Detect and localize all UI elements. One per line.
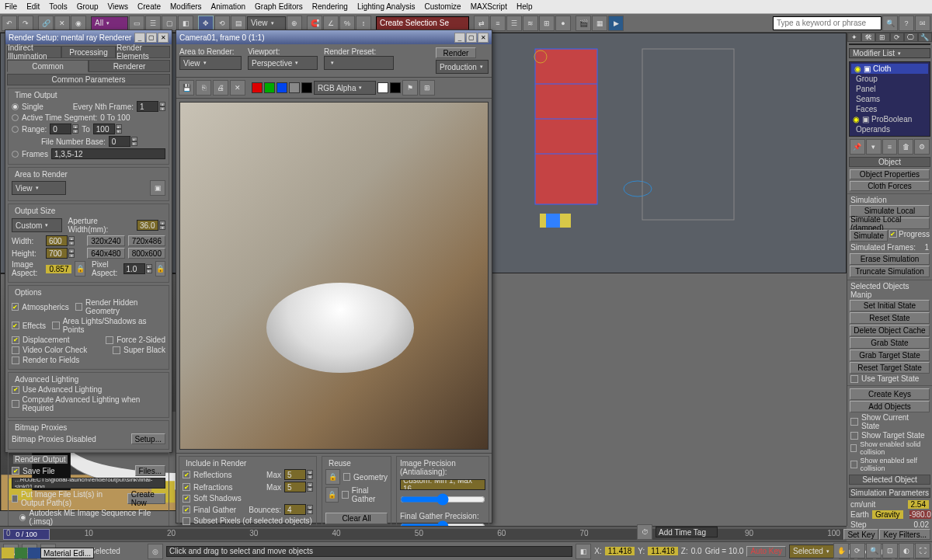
range-b[interactable]: 100: [93, 123, 115, 134]
chk-progress[interactable]: [889, 230, 897, 238]
move-icon[interactable]: ✥: [198, 16, 214, 31]
tab-renderer[interactable]: Renderer: [89, 60, 170, 72]
select-filter-drop[interactable]: All: [91, 16, 128, 30]
image-aspect[interactable]: 0.857: [46, 265, 71, 273]
doc-button[interactable]: Delete Object Cache: [850, 325, 930, 336]
chk-sesc[interactable]: [850, 444, 857, 452]
clearall-button[interactable]: Clear All: [325, 513, 388, 524]
dialog-title[interactable]: Render Setup: mental ray Renderer _▢✕: [5, 30, 172, 44]
search-go-button[interactable]: 🔍: [882, 16, 898, 31]
chk-f2s[interactable]: [106, 336, 113, 344]
fov-icon[interactable]: ◐: [899, 543, 914, 558]
every-nth-spin[interactable]: 1: [137, 101, 158, 112]
comm-center-icon[interactable]: ✉: [915, 16, 930, 31]
radio-ame[interactable]: [19, 514, 26, 521]
configure-icon[interactable]: ⚙: [914, 139, 930, 155]
output-path[interactable]: ...ROJECTS\global-launch\renderoutput\si…: [12, 478, 165, 489]
rts-button[interactable]: Reset Target State: [850, 362, 930, 374]
ch-r-icon[interactable]: [252, 82, 263, 93]
modifier-stack[interactable]: ◉▣Cloth Group Panel Seams Faces ◉▣ProBoo…: [849, 61, 930, 137]
gs-button[interactable]: Grab State: [850, 337, 930, 349]
erase-sim-button[interactable]: Erase Simulation: [850, 253, 930, 265]
unlink-button[interactable]: ✕: [54, 16, 70, 31]
preset-320[interactable]: 320x240: [87, 235, 124, 246]
rollout-object[interactable]: Object: [849, 157, 930, 167]
object-name-field[interactable]: walls: [849, 43, 930, 45]
radio-frames[interactable]: [12, 151, 19, 158]
tab-hierarchy[interactable]: ⊞: [875, 33, 889, 42]
chk-ss[interactable]: [183, 495, 190, 503]
vfb-max-icon[interactable]: ▢: [466, 33, 477, 43]
vfb-area-drop[interactable]: View: [179, 56, 242, 70]
step-spin[interactable]: 0.02: [914, 520, 929, 529]
width-spin[interactable]: 600: [46, 235, 68, 246]
chk-putimg[interactable]: [12, 495, 18, 503]
menu-maxscript[interactable]: MAXScript: [466, 0, 512, 13]
simlocald-button[interactable]: Simulate Local (damped): [850, 217, 930, 229]
menu-rendering[interactable]: Rendering: [308, 0, 353, 13]
radio-single[interactable]: [12, 103, 19, 110]
rollout-common-params[interactable]: Common Parameters: [7, 74, 170, 85]
files-button[interactable]: Files...: [135, 465, 165, 476]
minimize-icon[interactable]: _: [134, 33, 145, 43]
vfb-min-icon[interactable]: _: [454, 33, 465, 43]
timetag-field[interactable]: Add Time Tag: [656, 527, 718, 537]
setkey-button[interactable]: Set Key: [843, 529, 878, 540]
close-icon[interactable]: ✕: [158, 33, 169, 43]
aperture-spin[interactable]: 36.0: [137, 220, 158, 231]
ch-b-icon[interactable]: [276, 82, 287, 93]
tab-display[interactable]: 🖵: [904, 33, 918, 42]
createnow-button[interactable]: Create Now: [127, 493, 165, 504]
radio-range[interactable]: [12, 126, 19, 133]
zoom-all-icon[interactable]: ⊡: [882, 543, 898, 558]
outputsize-drop[interactable]: Custom: [12, 218, 62, 232]
named-selection-drop[interactable]: Create Selection Se: [376, 16, 469, 30]
menu-edit[interactable]: Edit: [22, 0, 44, 13]
refl-max-spin[interactable]: 5: [284, 469, 306, 480]
lock-pa-icon[interactable]: 🔒: [155, 261, 165, 277]
chk-vcc[interactable]: [12, 346, 19, 354]
objprop-button[interactable]: Object Properties: [850, 169, 930, 179]
keyfilters-button[interactable]: Key Filters...: [879, 529, 930, 540]
clone-icon[interactable]: ⎘: [196, 80, 211, 96]
chk-effects[interactable]: [12, 322, 19, 329]
transform-typein-icon[interactable]: ◧: [576, 544, 591, 559]
frames-field[interactable]: 1,3,5-12: [51, 148, 165, 159]
chk-reuse-fg[interactable]: [342, 491, 349, 499]
channel-drop[interactable]: RGB Alpha: [314, 81, 376, 95]
link-button[interactable]: 🔗: [38, 16, 54, 31]
vfb-render-button[interactable]: Render: [436, 47, 476, 58]
cmunit-spin[interactable]: 2.54: [908, 500, 929, 509]
search-input[interactable]: [773, 16, 882, 30]
ch-m-icon[interactable]: [301, 82, 312, 93]
ao-button[interactable]: Add Objects: [850, 401, 930, 412]
taskbar-tab[interactable]: Material Edi...: [2, 546, 94, 560]
chk-seselfc[interactable]: [850, 461, 857, 468]
ck-button[interactable]: Create Keys: [850, 388, 930, 400]
snap-toggle[interactable]: 🧲: [307, 16, 322, 31]
restore-icon[interactable]: ▢: [146, 33, 157, 43]
chk-alights[interactable]: [52, 322, 60, 329]
menu-create[interactable]: Create: [133, 0, 165, 13]
chk-rtf[interactable]: [12, 357, 19, 364]
schematic-button[interactable]: ⊞: [539, 16, 555, 31]
select-button[interactable]: ▭: [129, 16, 144, 31]
preset-720[interactable]: 720x486: [128, 235, 165, 246]
swatch-black[interactable]: [390, 82, 401, 93]
redo-button[interactable]: ↷: [18, 16, 33, 31]
percent-snap[interactable]: %: [339, 16, 355, 31]
menu-customize[interactable]: Customize: [419, 0, 465, 13]
rollout-selobj[interactable]: Selected Object: [849, 475, 930, 485]
help-icon[interactable]: ?: [899, 16, 914, 31]
mirror-button[interactable]: ⇄: [474, 16, 489, 31]
tab-create[interactable]: ✦: [847, 33, 861, 42]
vfb-title[interactable]: Camera01, frame 0 (1:1) _▢✕: [176, 30, 492, 44]
ipa-value[interactable]: Custom: Min 1, Max 16: [400, 479, 485, 490]
menu-modifiers[interactable]: Modifiers: [165, 0, 207, 13]
menu-animation[interactable]: Animation: [207, 0, 250, 13]
render-frame-button[interactable]: ▦: [592, 16, 607, 31]
print-icon[interactable]: 🖨: [213, 80, 228, 96]
show-end-icon[interactable]: ▾: [866, 139, 882, 155]
chk-reuse-geom[interactable]: [343, 473, 350, 481]
time-slider-knob[interactable]: 0 / 100: [3, 529, 50, 540]
